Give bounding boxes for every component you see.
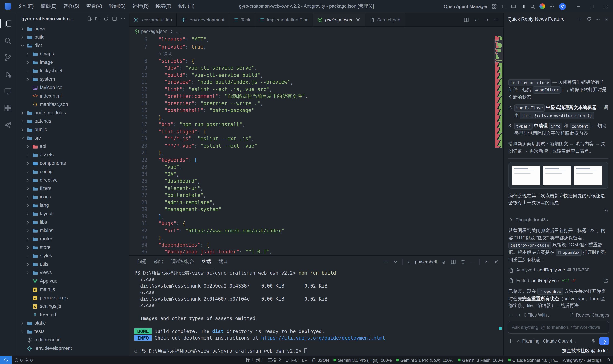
tree-item[interactable]: cmaps [16, 50, 129, 58]
tree-item[interactable]: .idea [16, 25, 129, 33]
split-editor-icon[interactable] [464, 17, 469, 22]
navigate-forward-icon[interactable] [484, 17, 489, 22]
symbol-chip[interactable]: openBox [556, 249, 582, 256]
tree-item[interactable]: image [16, 58, 129, 66]
screenshot-thumbnail[interactable] [543, 165, 571, 185]
toggle-bottom-panel-icon[interactable] [511, 4, 516, 9]
activitybar-extensions[interactable] [0, 100, 16, 116]
maximize-button[interactable] [585, 0, 599, 13]
status-item[interactable]: LF [300, 358, 309, 362]
menu-文件(F)[interactable]: 文件(F) [14, 0, 37, 13]
status-item[interactable]: Gemini 3.1 Pro (Low): 100% [394, 358, 456, 362]
activitybar-search[interactable] [0, 33, 16, 48]
tree-item[interactable]: JSpermission.js [16, 294, 129, 302]
agent-manager-icon[interactable] [492, 4, 497, 9]
menu-编辑(E)[interactable]: 编辑(E) [37, 0, 60, 13]
new-thread-icon[interactable] [577, 16, 583, 22]
panel-tab-调试控制台[interactable]: 调试控制台 [167, 256, 198, 268]
breadcrumb[interactable]: package.json ... [129, 27, 503, 36]
model-selector[interactable]: Claude Opus 4... [543, 339, 576, 343]
tree-item[interactable]: components [16, 159, 129, 168]
new-folder-icon[interactable] [95, 16, 100, 21]
new-file-icon[interactable] [86, 16, 92, 21]
kill-terminal-icon[interactable] [460, 259, 466, 265]
tree-item[interactable]: JSsettings.js [16, 302, 129, 311]
status-item[interactable]: UTF-8 [283, 358, 300, 362]
tree-item[interactable]: Mtree.md [16, 311, 129, 319]
tree-item[interactable]: public [16, 125, 129, 134]
status-item[interactable] [604, 358, 613, 362]
split-terminal-icon[interactable] [451, 259, 456, 265]
tree-item[interactable]: favicon.ico [16, 83, 129, 92]
tree-item[interactable]: tests [16, 327, 129, 336]
toggle-right-panel-icon[interactable] [520, 4, 526, 9]
tab-.env.development[interactable]: .env.development [177, 13, 229, 26]
problems-status[interactable]: 0 0 [12, 358, 35, 362]
activitybar-source-control[interactable] [0, 50, 16, 65]
tree-item[interactable]: libs [16, 218, 129, 226]
refresh-explorer-icon[interactable] [103, 16, 109, 21]
tree-item[interactable]: node_modules [16, 109, 129, 117]
minimize-button[interactable] [572, 0, 585, 13]
tree-item[interactable]: utils [16, 260, 129, 268]
status-item[interactable]: Gemini 3 Flash: 100% [456, 358, 506, 362]
tree-item[interactable]: config [16, 168, 129, 176]
attach-icon[interactable] [508, 338, 513, 344]
open-file-icon[interactable] [603, 278, 608, 284]
terminal-more-icon[interactable] [470, 259, 475, 265]
send-button[interactable] [599, 337, 609, 345]
shell-label[interactable]: powershell [415, 259, 437, 265]
screenshot-thumbnail[interactable] [574, 165, 602, 185]
navigate-back-icon[interactable] [474, 17, 479, 22]
tree-item[interactable]: lang [16, 201, 129, 209]
menu-终端(T)[interactable]: 终端(T) [152, 0, 175, 13]
tab-package.json[interactable]: package.json [313, 13, 365, 26]
agent-thread-title[interactable]: Quick Reply News Feature [508, 16, 574, 22]
menu-运行(R)[interactable]: 运行(R) [129, 0, 152, 13]
files-changed-label[interactable]: 0 Files With ... [524, 313, 552, 317]
collapse-folders-icon[interactable] [112, 16, 117, 21]
thought-toggle[interactable]: Thought for 43s [508, 216, 608, 223]
tree-item[interactable]: static [16, 319, 129, 327]
tree-item[interactable]: api [16, 142, 129, 151]
explorer-title[interactable]: gyro-craftsman-web-o... [21, 16, 84, 21]
activitybar-run-debug[interactable] [0, 66, 16, 82]
tree-item[interactable]: {}manifest.json [16, 100, 129, 109]
code-editor[interactable]: 6789101112131415161718192021222324252627… [129, 36, 503, 255]
tree-item[interactable]: router [16, 235, 129, 243]
tree-item[interactable]: src [16, 134, 129, 142]
status-item[interactable]: {}JSON [309, 358, 331, 362]
activitybar-agent-launcher[interactable] [0, 117, 16, 132]
status-item[interactable]: Antigravity - Settings [560, 358, 604, 362]
status-item[interactable]: Claude Sonnet 4.6 (Th... [506, 358, 561, 362]
settings-gear-icon[interactable] [549, 4, 555, 9]
panel-tab-输出[interactable]: 输出 [151, 256, 167, 268]
tree-item[interactable]: .editorconfig [16, 336, 129, 344]
thread-history-icon[interactable] [586, 16, 592, 22]
symbol-chip[interactable]: openBox [537, 288, 563, 295]
minimap[interactable] [494, 36, 503, 255]
editor-more-icon[interactable] [494, 17, 499, 22]
tree-item[interactable]: styles [16, 252, 129, 260]
status-item[interactable]: 行 1, 列 1 [243, 357, 265, 363]
explorer-more-icon[interactable] [120, 16, 125, 21]
tree-item[interactable]: mixins [16, 226, 129, 235]
at-mention-icon[interactable]: @ [441, 259, 446, 265]
tree-item[interactable]: directive [16, 176, 129, 184]
close-panel-icon[interactable] [494, 259, 499, 265]
code-content[interactable]: "license": "MIT", "private": true, ▷ 调试 … [147, 36, 494, 255]
tree-item[interactable]: luckysheet [16, 66, 129, 75]
tree-item[interactable]: store [16, 243, 129, 252]
tree-item[interactable]: icons [16, 193, 129, 201]
status-item[interactable]: 空格: 2 [265, 357, 283, 363]
agent-chat-input[interactable] [508, 321, 609, 334]
close-tab-icon[interactable] [355, 17, 361, 22]
tree-item[interactable]: patches [16, 117, 129, 125]
tree-item[interactable]: dist [16, 41, 129, 50]
status-item[interactable]: Gemini 3.1 Pro (High): 100% [331, 358, 394, 362]
tab-Implementation Plan[interactable]: Implementation Plan [255, 13, 313, 26]
activitybar-explorer[interactable] [0, 16, 16, 31]
terminal-profile-dropdown-icon[interactable] [393, 259, 398, 265]
remote-indicator[interactable] [0, 356, 12, 364]
tree-item[interactable]: JSmain.js [16, 285, 129, 294]
